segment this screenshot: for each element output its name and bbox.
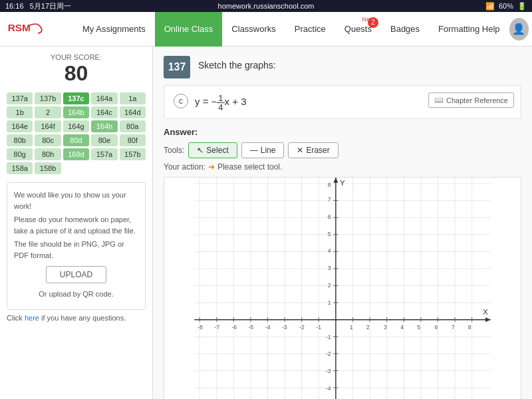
- grid-cell-80f[interactable]: 80f: [120, 134, 146, 146]
- nav-classworks[interactable]: Classworks: [222, 12, 285, 47]
- svg-text:6: 6: [434, 324, 438, 331]
- action-row: Your action: ➜ Please select tool.: [164, 162, 521, 172]
- user-area: 👤 Catherine Li ▼: [509, 18, 532, 41]
- svg-text:8: 8: [468, 324, 471, 331]
- nav-practice[interactable]: Practice: [285, 12, 335, 47]
- url: homework.russianschool.com: [218, 2, 315, 10]
- nav: My Assignments Online Class Classworks P…: [73, 12, 509, 47]
- grid-cell-164h[interactable]: 164h: [91, 120, 117, 132]
- equation: y = −14x + 3: [195, 92, 247, 112]
- select-tool-button[interactable]: ↖ Select: [188, 142, 237, 158]
- graph-area[interactable]: X Y -8 -7 -6 -5 -4 -3 -2 -1 1 2 3 4 5 6 …: [164, 177, 521, 399]
- upload-text-3: The file should be in PNG, JPG or PDF fo…: [14, 239, 138, 261]
- svg-text:-8: -8: [198, 324, 203, 331]
- grid-cell-164c[interactable]: 164c: [91, 106, 117, 118]
- nav-formatting-help[interactable]: Formatting Help: [429, 12, 509, 47]
- grid-cell-168d[interactable]: 168d: [63, 148, 89, 160]
- svg-text:5: 5: [417, 324, 420, 331]
- grid-cell-1a[interactable]: 1a: [120, 92, 146, 104]
- svg-text:4: 4: [400, 324, 404, 331]
- problem-body: c y = −14x + 3 📖 Chapter Reference: [164, 85, 521, 119]
- tools-label: Tools:: [164, 146, 184, 155]
- header: RSM My Assignments Online Class Classwor…: [0, 12, 532, 47]
- problem-letter: c: [174, 94, 188, 108]
- battery-icon: 🔋: [517, 2, 527, 11]
- status-bar: 16:16 5月17日周一 homework.russianschool.com…: [0, 0, 532, 12]
- grid-cell-80d[interactable]: 80d: [63, 134, 89, 146]
- grid-cell-80c[interactable]: 80c: [35, 134, 61, 146]
- tools-row: Tools: ↖ Select — Line ✕ Eraser: [164, 142, 521, 158]
- content-area: 137 Sketch the graphs: c y = −14x + 3 📖 …: [153, 47, 532, 399]
- score-label: YOUR SCORE:: [7, 53, 146, 61]
- svg-text:7: 7: [452, 324, 455, 331]
- grid-cell-164d[interactable]: 164d: [120, 106, 146, 118]
- svg-text:2: 2: [328, 282, 331, 289]
- grid-cell-158a[interactable]: 158a: [7, 162, 33, 174]
- svg-text:-4: -4: [326, 385, 331, 392]
- svg-text:-2: -2: [299, 324, 305, 331]
- svg-text:-2: -2: [326, 350, 331, 357]
- eraser-tool-button[interactable]: ✕ Eraser: [288, 142, 338, 158]
- grid-cell-80b[interactable]: 80b: [7, 134, 33, 146]
- nav-my-assignments[interactable]: My Assignments: [73, 12, 155, 47]
- grid-cell-137c[interactable]: 137c: [63, 92, 89, 104]
- upload-text-2: Please do your homework on paper, take a…: [14, 214, 138, 236]
- svg-text:X: X: [483, 307, 488, 316]
- quests-badge: 2: [368, 17, 378, 28]
- svg-rect-1: [194, 178, 490, 399]
- nav-badges[interactable]: Badges: [381, 12, 429, 47]
- logo[interactable]: RSM: [7, 19, 66, 39]
- svg-text:6: 6: [328, 213, 331, 220]
- grid-cell-137a[interactable]: 137a: [7, 92, 33, 104]
- grid-cell-158b[interactable]: 158b: [35, 162, 61, 174]
- svg-text:7: 7: [328, 196, 331, 203]
- upload-text-1: We would like you to show us your work!: [14, 190, 138, 211]
- sidebar: YOUR SCORE: 80 137a137b137c164a1a1b2164b…: [0, 47, 153, 399]
- svg-text:2: 2: [366, 324, 370, 331]
- svg-text:RSM: RSM: [8, 21, 31, 33]
- svg-text:3: 3: [328, 265, 331, 271]
- grid-cell-2[interactable]: 2: [35, 106, 61, 118]
- svg-text:5: 5: [328, 231, 331, 237]
- svg-text:-1: -1: [326, 334, 331, 340]
- svg-text:-7: -7: [214, 324, 219, 331]
- score-section: YOUR SCORE: 80: [7, 53, 146, 86]
- problem-grid: 137a137b137c164a1a1b2164b164c164d164e164…: [7, 92, 146, 174]
- upload-button[interactable]: UPLOAD: [46, 266, 106, 283]
- svg-text:4: 4: [328, 247, 331, 254]
- grid-cell-80g[interactable]: 80g: [7, 148, 33, 160]
- grid-cell-80a[interactable]: 80a: [120, 120, 146, 132]
- action-arrow-icon: ➜: [208, 162, 215, 172]
- svg-text:-6: -6: [231, 324, 237, 331]
- nav-quests[interactable]: Quests New! 2: [335, 12, 381, 47]
- svg-text:-3: -3: [326, 368, 331, 374]
- grid-cell-157b[interactable]: 157b: [120, 148, 146, 160]
- grid-cell-80e[interactable]: 80e: [91, 134, 117, 146]
- grid-cell-164g[interactable]: 164g: [63, 120, 89, 132]
- grid-cell-164f[interactable]: 164f: [35, 120, 61, 132]
- book-icon: 📖: [434, 96, 444, 104]
- grid-cell-164b[interactable]: 164b: [63, 106, 89, 118]
- grid-cell-157a[interactable]: 157a: [91, 148, 117, 160]
- answer-label: Answer:: [164, 127, 521, 137]
- svg-text:-4: -4: [265, 324, 271, 331]
- svg-text:Y: Y: [340, 178, 345, 187]
- svg-text:-1: -1: [316, 324, 321, 331]
- grid-cell-80h[interactable]: 80h: [35, 148, 61, 160]
- battery-level: 60%: [499, 2, 513, 10]
- qr-link: Or upload by QR code.: [14, 289, 138, 300]
- grid-cell-1b[interactable]: 1b: [7, 106, 33, 118]
- grid-cell-164e[interactable]: 164e: [7, 120, 33, 132]
- eraser-icon: ✕: [297, 146, 303, 155]
- line-tool-button[interactable]: — Line: [241, 142, 285, 158]
- cursor-icon: ↖: [197, 146, 203, 155]
- problem-instruction: Sketch the graphs:: [198, 56, 276, 70]
- grid-cell-164a[interactable]: 164a: [91, 92, 117, 104]
- wifi-icon: 📶: [485, 2, 495, 11]
- chapter-reference-button[interactable]: 📖 Chapter Reference: [428, 92, 514, 108]
- nav-online-class[interactable]: Online Class: [155, 12, 223, 47]
- question-link: Click here if you have any questions.: [7, 314, 146, 322]
- here-link[interactable]: here: [25, 314, 39, 322]
- grid-cell-137b[interactable]: 137b: [35, 92, 61, 104]
- svg-text:-5: -5: [249, 324, 254, 331]
